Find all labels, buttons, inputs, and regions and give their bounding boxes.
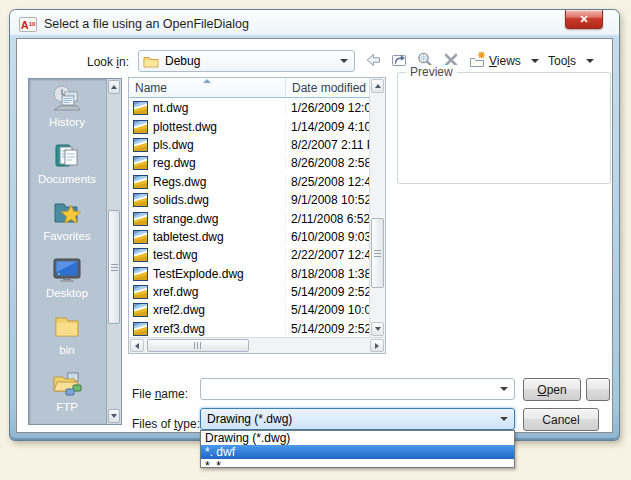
views-menu-button[interactable]: Views bbox=[489, 50, 539, 72]
chevron-down-icon bbox=[500, 387, 508, 391]
files-of-type-value: Drawing (*.dwg) bbox=[207, 412, 292, 426]
dwg-file-icon bbox=[133, 303, 148, 317]
list-header: Name Date modified bbox=[129, 78, 385, 98]
sidebar-place-item[interactable]: bin bbox=[29, 312, 105, 364]
sidebar-scrollbar[interactable] bbox=[106, 79, 121, 424]
dwg-file-icon bbox=[133, 101, 148, 115]
scroll-up-button[interactable] bbox=[371, 79, 384, 93]
file-name-label: File name: bbox=[132, 387, 188, 401]
file-date-modified: 9/1/2008 10:52 AM bbox=[285, 193, 369, 207]
dwg-file-icon bbox=[133, 230, 148, 244]
window-title: Select a file using an OpenFileDialog bbox=[44, 17, 249, 31]
file-row[interactable]: xref2.dwg 5/14/2009 10:08 AM bbox=[129, 301, 369, 319]
file-name: test.dwg bbox=[153, 248, 285, 262]
scroll-right-button[interactable] bbox=[370, 339, 384, 352]
file-date-modified: 5/14/2009 10:08 AM bbox=[285, 303, 369, 317]
file-name: TestExplode.dwg bbox=[153, 267, 285, 281]
file-date-modified: 8/18/2008 1:38 PM bbox=[285, 267, 369, 281]
scrollbar-thumb[interactable] bbox=[147, 339, 249, 352]
look-in-combobox[interactable]: Debug bbox=[138, 50, 355, 72]
sidebar-place-label: Documents bbox=[38, 173, 96, 185]
sidebar-place-item[interactable]: History bbox=[29, 84, 105, 136]
toolbar-button[interactable] bbox=[361, 50, 384, 72]
file-date-modified: 8/25/2008 12:48 PM bbox=[285, 175, 369, 189]
grip-icon bbox=[374, 249, 381, 257]
file-row[interactable]: Regs.dwg 8/25/2008 12:48 PM bbox=[129, 173, 369, 191]
bin-folder-icon bbox=[49, 312, 85, 342]
file-type-option[interactable]: *. * bbox=[201, 459, 514, 468]
new-folder-icon bbox=[467, 51, 487, 72]
file-date-modified: 8/26/2008 2:58 PM bbox=[285, 156, 369, 170]
ftp-icon bbox=[49, 369, 85, 399]
scrollbar-thumb[interactable] bbox=[108, 210, 120, 324]
dwg-file-icon bbox=[133, 322, 148, 336]
file-row[interactable]: TestExplode.dwg 8/18/2008 1:38 PM bbox=[129, 265, 369, 283]
open-file-dialog: A10 Select a file using an OpenFileDialo… bbox=[10, 10, 619, 440]
file-name: tabletest.dwg bbox=[153, 230, 285, 244]
back-icon bbox=[363, 51, 383, 72]
file-type-option[interactable]: Drawing (*.dwg) bbox=[201, 431, 514, 445]
file-row[interactable]: solids.dwg 9/1/2008 10:52 AM bbox=[129, 191, 369, 209]
file-row[interactable]: pls.dwg 8/2/2007 2:11 PM bbox=[129, 136, 369, 154]
file-row[interactable]: test.dwg 2/22/2007 12:41 PM bbox=[129, 246, 369, 264]
file-date-modified: 1/26/2009 12:05 PM bbox=[285, 101, 369, 115]
sidebar-place-item[interactable]: Desktop bbox=[29, 255, 105, 307]
toolbar-button[interactable] bbox=[465, 50, 488, 72]
close-icon: ✕ bbox=[579, 13, 588, 26]
dwg-file-icon bbox=[133, 156, 148, 170]
file-date-modified: 5/14/2009 2:52 PM bbox=[285, 285, 369, 299]
arrow-left-icon bbox=[135, 343, 139, 349]
sidebar-place-label: History bbox=[49, 116, 85, 128]
chevron-down-icon bbox=[531, 59, 539, 63]
file-name: xref2.dwg bbox=[153, 303, 285, 317]
sidebar-place-label: Desktop bbox=[46, 287, 88, 299]
title-bar[interactable]: A10 Select a file using an OpenFileDialo… bbox=[10, 10, 619, 38]
file-name-input[interactable] bbox=[205, 382, 485, 396]
files-of-type-label: Files of type: bbox=[132, 417, 200, 431]
scroll-left-button[interactable] bbox=[130, 339, 144, 352]
file-list: Name Date modified nt.dwg 1/26/2009 12: bbox=[128, 77, 386, 354]
scroll-down-button[interactable] bbox=[371, 322, 384, 336]
file-name: Regs.dwg bbox=[153, 175, 285, 189]
cancel-button[interactable]: Cancel bbox=[523, 408, 599, 431]
file-row[interactable]: tabletest.dwg 6/10/2008 9:03 PM bbox=[129, 228, 369, 246]
file-date-modified: 2/11/2008 6:52 PM bbox=[285, 212, 369, 226]
dwg-file-icon bbox=[133, 193, 148, 207]
file-row[interactable]: strange.dwg 2/11/2008 6:52 PM bbox=[129, 209, 369, 227]
dwg-file-icon bbox=[133, 248, 148, 262]
file-row[interactable]: xref3.dwg 5/14/2009 2:52 PM bbox=[129, 320, 369, 337]
file-row[interactable]: xref.dwg 5/14/2009 2:52 PM bbox=[129, 283, 369, 301]
preview-label: Preview bbox=[406, 65, 457, 79]
file-row[interactable]: reg.dwg 8/26/2008 2:58 PM bbox=[129, 154, 369, 172]
open-split-dropdown-button[interactable] bbox=[586, 378, 610, 401]
close-button[interactable]: ✕ bbox=[565, 10, 603, 29]
file-type-option[interactable]: *. dwf bbox=[201, 445, 514, 459]
file-name-combobox[interactable] bbox=[200, 378, 515, 400]
look-in-label: Look in: bbox=[55, 55, 129, 69]
sidebar-place-item[interactable]: Favorites bbox=[29, 198, 105, 250]
chevron-down-icon bbox=[340, 59, 348, 63]
sort-ascending-icon bbox=[203, 79, 211, 83]
column-header-name[interactable]: Name bbox=[129, 78, 286, 97]
scroll-up-button[interactable] bbox=[108, 80, 120, 94]
list-vertical-scrollbar[interactable] bbox=[369, 78, 385, 337]
file-row[interactable]: nt.dwg 1/26/2009 12:05 PM bbox=[129, 99, 369, 117]
chevron-down-icon bbox=[586, 59, 594, 63]
sidebar-place-item[interactable]: Documents bbox=[29, 141, 105, 193]
autocad-app-icon: A10 bbox=[19, 17, 37, 32]
file-row[interactable]: plottest.dwg 1/14/2009 4:10 PM bbox=[129, 117, 369, 135]
history-icon bbox=[49, 84, 85, 114]
open-button[interactable]: Open bbox=[523, 378, 581, 401]
list-horizontal-scrollbar[interactable] bbox=[129, 337, 385, 353]
file-name: xref3.dwg bbox=[153, 322, 285, 336]
dwg-file-icon bbox=[133, 120, 148, 134]
file-name: xref.dwg bbox=[153, 285, 285, 299]
files-of-type-combobox[interactable]: Drawing (*.dwg) bbox=[200, 408, 515, 430]
sidebar-place-label: bin bbox=[59, 344, 74, 356]
tools-menu-button[interactable]: Tools bbox=[548, 50, 594, 72]
file-name: solids.dwg bbox=[153, 193, 285, 207]
scroll-down-button[interactable] bbox=[108, 409, 120, 423]
scrollbar-thumb[interactable] bbox=[371, 218, 384, 288]
desktop-background: A10 Select a file using an OpenFileDialo… bbox=[0, 0, 631, 480]
sidebar-place-item[interactable]: FTP bbox=[29, 369, 105, 421]
